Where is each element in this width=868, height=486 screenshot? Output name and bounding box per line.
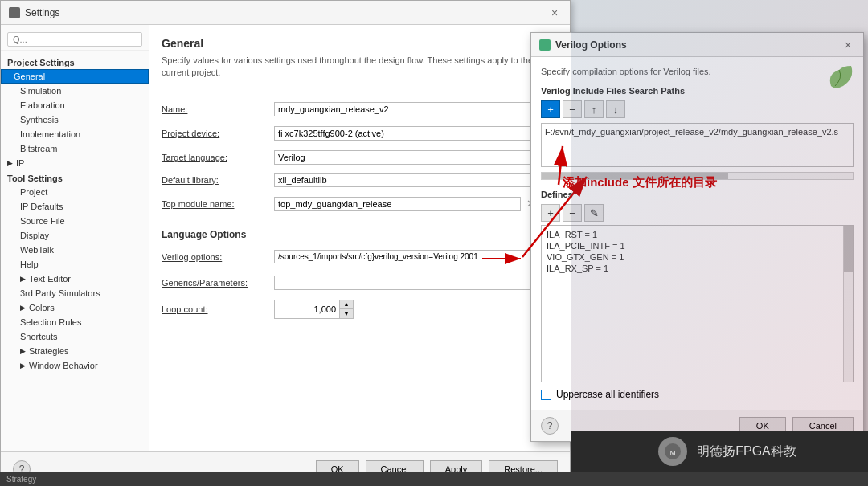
title-bar-left: Settings	[9, 7, 59, 18]
loop-count-down-button[interactable]: ▼	[340, 309, 353, 318]
sidebar-item-general[interactable]: General	[1, 69, 149, 84]
verilog-dialog-close-button[interactable]: ×	[841, 38, 855, 52]
sidebar-item-strategies[interactable]: ▶Strategies	[1, 344, 149, 358]
loop-count-label: Loop count:	[162, 304, 274, 314]
project-device-value: ﬁ xc7k325tffg900-2 (active)	[278, 129, 384, 138]
verilog-help-button[interactable]: ?	[541, 417, 559, 435]
include-down-button[interactable]: ↓	[606, 100, 625, 118]
name-label: Name:	[162, 104, 274, 114]
project-settings-label: Project Settings	[1, 55, 149, 69]
search-bar	[1, 29, 149, 51]
ip-arrow-icon: ▶	[7, 159, 13, 167]
watermark-left-edge	[571, 431, 587, 472]
define-edit-button[interactable]: ✎	[584, 204, 604, 222]
include-up-button[interactable]: ↑	[584, 100, 604, 118]
colors-arrow-icon: ▶	[20, 304, 26, 312]
top-module-label: Top module name:	[162, 199, 274, 209]
include-add-button[interactable]: +	[541, 100, 560, 118]
generics-input[interactable]	[274, 276, 538, 290]
target-language-label: Target language:	[162, 153, 274, 162]
uppercase-checkbox[interactable]	[541, 390, 551, 400]
define-remove-button[interactable]: −	[563, 204, 582, 222]
loop-count-row: Loop count: ▲ ▼	[162, 300, 558, 319]
verilog-options-row: Verilog options: ...	[162, 248, 558, 266]
sidebar-item-ip[interactable]: ▶IP	[1, 156, 149, 170]
svg-text:M: M	[670, 449, 676, 456]
sidebar-item-selection-rules[interactable]: Selection Rules	[1, 315, 149, 329]
sidebar-item-display[interactable]: Display	[1, 228, 149, 243]
default-library-input[interactable]	[274, 173, 558, 187]
sidebar-item-3rd-party[interactable]: 3rd Party Simulators	[1, 286, 149, 300]
uppercase-label: Uppercase all identifiers	[556, 389, 659, 400]
generics-label: Generics/Parameters:	[162, 278, 274, 288]
sidebar-item-shortcuts[interactable]: Shortcuts	[1, 329, 149, 344]
verilog-ok-button[interactable]: OK	[739, 417, 786, 435]
sidebar-item-ip-defaults[interactable]: IP Defaults	[1, 199, 149, 214]
tool-settings-label: Tool Settings	[1, 170, 149, 185]
verilog-dialog-icon	[539, 39, 551, 51]
project-device-row: Project device: ﬁ xc7k325tffg900-2 (acti…	[162, 125, 558, 142]
window-behavior-arrow-icon: ▶	[20, 361, 26, 370]
verilog-dialog-desc: Specify compilation options for Verilog …	[541, 67, 854, 76]
verilog-options-label: Verilog options:	[162, 252, 274, 262]
status-bar: Strategy	[0, 472, 868, 486]
divider	[162, 92, 558, 92]
loop-count-container: ▲ ▼	[274, 300, 354, 319]
verilog-dialog-body: Specify compilation options for Verilog …	[531, 57, 863, 410]
verilog-cancel-button[interactable]: Cancel	[792, 417, 854, 435]
define-item-1: ILA_RST = 1	[545, 229, 850, 240]
include-paths-list: F:/svn/t_mdy_guangxian/project_release_v…	[541, 123, 854, 167]
text-editor-arrow-icon: ▶	[20, 275, 26, 283]
loop-count-spinner: ▲ ▼	[339, 300, 353, 318]
settings-window: Settings × Project Settings General Simu…	[0, 0, 571, 486]
defines-vscrollbar[interactable]	[843, 226, 853, 382]
sidebar-item-text-editor[interactable]: ▶Text Editor	[1, 272, 149, 286]
target-language-value: Verilog	[278, 153, 305, 162]
name-input[interactable]	[274, 102, 558, 116]
search-input[interactable]	[7, 32, 142, 47]
sidebar-item-colors[interactable]: ▶Colors	[1, 300, 149, 315]
main-content: Project Settings General Simulation Elab…	[1, 25, 570, 451]
loop-count-input[interactable]	[275, 303, 339, 316]
settings-title-bar: Settings ×	[1, 1, 570, 25]
verilog-dialog-title: Verilog Options	[555, 39, 627, 51]
sidebar-item-simulation[interactable]: Simulation	[1, 84, 149, 98]
sidebar: Project Settings General Simulation Elab…	[1, 25, 149, 451]
include-paths-header: Verilog Include Files Search Paths	[541, 86, 854, 96]
defines-vscrollbar-thumb	[844, 226, 853, 272]
sidebar-item-help[interactable]: Help	[1, 257, 149, 272]
include-paths-hscrollbar-thumb	[542, 173, 728, 179]
top-module-input[interactable]	[274, 197, 521, 211]
defines-list: ILA_RST = 1 ILA_PCIE_INTF = 1 VIO_GTX_GE…	[541, 225, 854, 382]
loop-count-up-button[interactable]: ▲	[340, 300, 353, 309]
sidebar-item-source-file[interactable]: Source File	[1, 214, 149, 228]
settings-close-button[interactable]: ×	[547, 6, 562, 20]
name-row: Name:	[162, 102, 558, 116]
include-remove-button[interactable]: −	[563, 100, 582, 118]
define-add-button[interactable]: +	[541, 204, 560, 222]
verilog-options-input[interactable]	[274, 250, 538, 263]
include-paths-hscrollbar[interactable]	[541, 172, 854, 180]
target-language-row: Target language: Verilog ▾	[162, 150, 558, 165]
defines-section: Defines + − ✎ ILA_RST = 1 ILA_PCIE_INTF …	[541, 190, 854, 382]
verilog-title-left: Verilog Options	[539, 39, 627, 51]
sidebar-item-project[interactable]: Project	[1, 185, 149, 199]
decorative-leaf	[827, 62, 855, 90]
sidebar-item-window-behavior[interactable]: ▶Window Behavior	[1, 358, 149, 373]
status-strategy: Strategy	[6, 475, 36, 484]
default-library-row: Default library:	[162, 173, 558, 187]
defines-toolbar: + − ✎	[541, 204, 854, 222]
define-item-2: ILA_PCIE_INTF = 1	[545, 240, 850, 251]
verilog-dialog: Verilog Options × Specify compilation op…	[530, 32, 864, 442]
include-path-item: F:/svn/t_mdy_guangxian/project_release_v…	[545, 127, 850, 137]
settings-title: Settings	[25, 7, 59, 18]
uppercase-row: Uppercase all identifiers	[541, 389, 854, 400]
sidebar-item-synthesis[interactable]: Synthesis	[1, 112, 149, 127]
sidebar-item-implementation[interactable]: Implementation	[1, 127, 149, 141]
define-item-4: ILA_RX_SP = 1	[545, 263, 850, 274]
sidebar-item-elaboration[interactable]: Elaboration	[1, 98, 149, 112]
sidebar-item-bitstream[interactable]: Bitstream	[1, 141, 149, 156]
sidebar-item-webtalk[interactable]: WebTalk	[1, 243, 149, 257]
generics-row: Generics/Parameters: ...	[162, 274, 558, 292]
panel-title: General	[162, 37, 558, 50]
